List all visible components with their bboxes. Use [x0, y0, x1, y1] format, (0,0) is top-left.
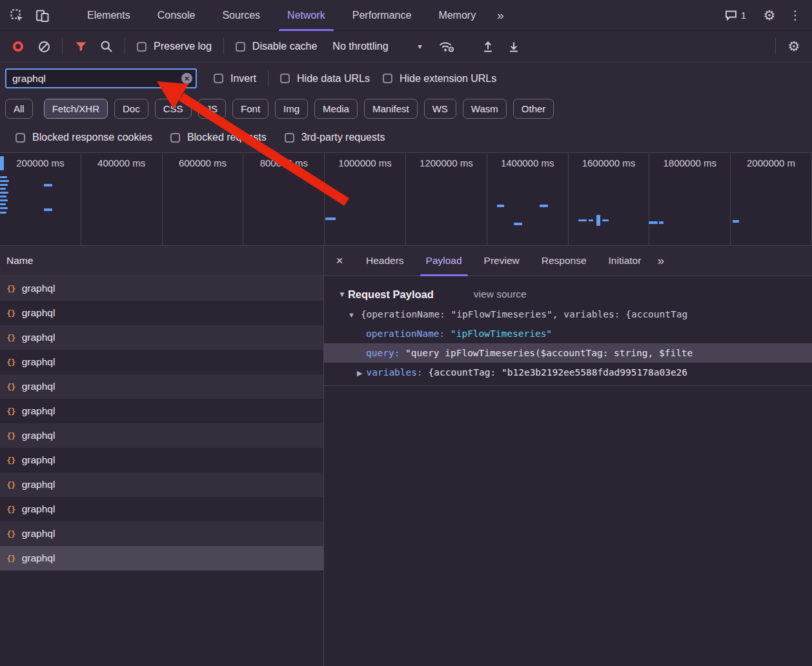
network-settings-button[interactable]: ⚙ [781, 34, 807, 59]
collapse-triangle-icon[interactable]: ▼ [338, 290, 346, 299]
detail-tab-response[interactable]: Response [531, 246, 598, 276]
search-button[interactable] [94, 34, 119, 59]
type-filter-manifest[interactable]: Manifest [364, 99, 418, 119]
type-filter-img[interactable]: Img [275, 99, 308, 119]
detail-tab-initiator[interactable]: Initiator [598, 246, 653, 276]
payload-entry-variables[interactable]: ▶variables: {accountTag: "b12e3b2192ee55… [324, 363, 812, 382]
request-row[interactable]: {}graphql [0, 399, 323, 423]
checkbox-icon[interactable] [285, 133, 294, 143]
payload-summary-row[interactable]: ▼{operationName: "ipFlowTimeseries", var… [324, 305, 812, 324]
record-network-log-button[interactable] [5, 34, 31, 59]
device-toolbar-button[interactable] [30, 3, 56, 28]
throttling-select[interactable]: No throttling ▾ [332, 41, 421, 52]
checkbox-icon[interactable] [280, 74, 290, 83]
settings-button[interactable]: ⚙ [756, 3, 782, 28]
invert-checkbox[interactable]: Invert [214, 73, 256, 85]
column-header-name[interactable]: Name [0, 246, 323, 276]
chevron-down-icon: ▾ [418, 42, 422, 51]
more-tabs-button[interactable]: » [489, 3, 511, 28]
more-detail-tabs-button[interactable]: » [657, 254, 664, 268]
network-toolbar: Preserve log Disable cache No throttling… [0, 31, 812, 63]
request-row[interactable]: {}graphql [0, 350, 323, 374]
tab-memory[interactable]: Memory [425, 0, 489, 31]
clear-filter-button[interactable]: × [181, 73, 192, 84]
inspect-element-button[interactable] [4, 3, 30, 28]
toolbar-divider [775, 38, 776, 55]
checkbox-icon[interactable] [383, 74, 392, 83]
hide-extension-urls-checkbox[interactable]: Hide extension URLs [383, 73, 496, 85]
request-name: graphql [22, 528, 56, 540]
type-filter-css[interactable]: CSS [155, 99, 192, 119]
tab-network[interactable]: Network [274, 0, 339, 31]
filter-input-wrap: × [5, 68, 197, 88]
request-row[interactable]: {}graphql [0, 325, 323, 350]
expand-triangle-icon[interactable]: ▶ [357, 369, 362, 377]
clear-icon [37, 40, 51, 54]
clear-network-log-button[interactable] [31, 34, 57, 59]
close-details-button[interactable]: × [324, 254, 355, 268]
request-row[interactable]: {}graphql [0, 472, 323, 497]
type-filter-js[interactable]: JS [198, 99, 227, 119]
toolbar-divider [223, 38, 224, 55]
preserve-log-checkbox[interactable]: Preserve log [137, 41, 212, 52]
checkbox-icon[interactable] [170, 133, 180, 143]
type-filter-wasm[interactable]: Wasm [463, 99, 507, 119]
hide-extension-urls-label: Hide extension URLs [400, 73, 496, 85]
tab-performance[interactable]: Performance [339, 0, 425, 31]
request-row[interactable]: {}graphql [0, 546, 323, 570]
request-row[interactable]: {}graphql [0, 423, 323, 448]
checkbox-icon[interactable] [137, 42, 147, 52]
type-filter-all[interactable]: All [5, 99, 33, 119]
request-payload-section-header[interactable]: ▼ Request Payload view source [324, 284, 812, 305]
request-row[interactable]: {}graphql [0, 448, 323, 472]
network-conditions-icon [438, 40, 455, 53]
waterfall-overview[interactable]: 200000 ms400000 ms600000 ms800000 ms1000… [0, 152, 812, 246]
json-request-icon: {} [6, 505, 15, 514]
detail-tab-headers[interactable]: Headers [355, 246, 415, 276]
search-icon [100, 40, 113, 53]
filter-input[interactable] [5, 68, 197, 88]
view-source-link[interactable]: view source [474, 288, 527, 300]
console-messages-button[interactable]: 1 [725, 10, 746, 21]
checkbox-icon[interactable] [15, 133, 25, 143]
request-timing-mark [44, 208, 52, 211]
type-filter-doc[interactable]: Doc [114, 99, 148, 119]
detail-tab-payload[interactable]: Payload [415, 246, 473, 276]
export-har-button[interactable] [501, 34, 527, 59]
collapse-triangle-icon[interactable]: ▼ [348, 311, 355, 319]
option-3rd-party-requests[interactable]: 3rd-party requests [285, 132, 385, 143]
request-row[interactable]: {}graphql [0, 301, 323, 325]
filter-toggle-button[interactable] [68, 34, 94, 59]
tab-console[interactable]: Console [144, 0, 209, 31]
json-request-icon: {} [6, 358, 15, 367]
hide-data-urls-checkbox[interactable]: Hide data URLs [280, 73, 370, 85]
request-name: graphql [22, 332, 56, 343]
tab-elements[interactable]: Elements [74, 0, 144, 31]
menu-button[interactable]: ⋮ [782, 3, 808, 28]
type-filter-fetch-xhr[interactable]: Fetch/XHR [44, 99, 108, 119]
payload-entry-query[interactable]: query: "query ipFlowTimeseries($accountT… [324, 343, 812, 363]
payload-entry-operationname[interactable]: operationName: "ipFlowTimeseries" [324, 324, 812, 343]
request-row[interactable]: {}graphql [0, 374, 323, 399]
network-conditions-button[interactable] [434, 34, 460, 59]
type-filter-font[interactable]: Font [232, 99, 269, 119]
type-filter-media[interactable]: Media [314, 99, 358, 119]
option-blocked-response-cookies[interactable]: Blocked response cookies [15, 132, 152, 143]
checkbox-icon[interactable] [214, 74, 223, 83]
checkbox-icon[interactable] [236, 42, 245, 52]
type-filter-other[interactable]: Other [513, 99, 554, 119]
request-row[interactable]: {}graphql [0, 276, 323, 301]
json-request-icon: {} [6, 407, 15, 416]
type-filter-ws[interactable]: WS [424, 99, 456, 119]
detail-tab-preview[interactable]: Preview [473, 246, 531, 276]
invert-label: Invert [230, 73, 256, 85]
tab-sources[interactable]: Sources [208, 0, 274, 31]
disable-cache-checkbox[interactable]: Disable cache [236, 41, 318, 52]
request-row[interactable]: {}graphql [0, 497, 323, 521]
option-blocked-requests[interactable]: Blocked requests [170, 132, 267, 143]
import-har-button[interactable] [475, 34, 501, 59]
request-row[interactable]: {}graphql [0, 521, 323, 546]
devtools-window: ElementsConsoleSourcesNetworkPerformance… [0, 0, 812, 666]
checkbox-label: Blocked requests [187, 132, 267, 143]
payload-entries: operationName: "ipFlowTimeseries"query: … [324, 324, 812, 382]
